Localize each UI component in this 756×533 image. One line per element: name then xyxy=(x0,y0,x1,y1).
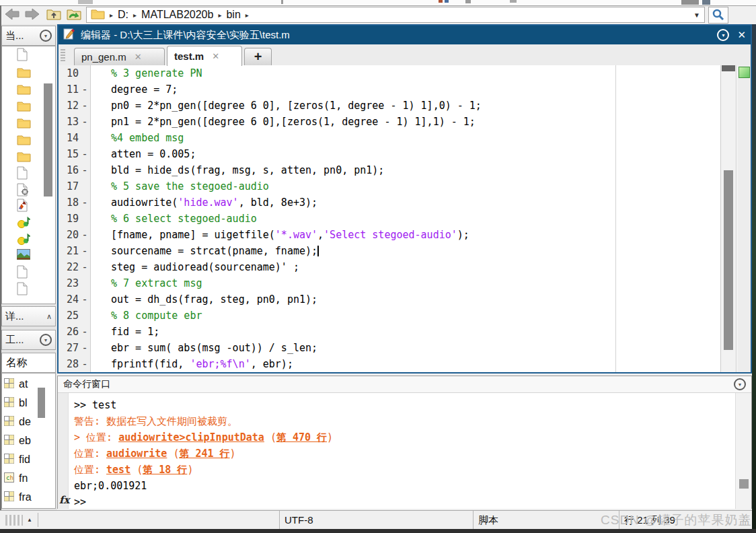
breadcrumb-item[interactable]: MATLAB2020b xyxy=(141,9,213,21)
file-item[interactable] xyxy=(17,134,40,150)
error-location-link[interactable]: 第 18 行 xyxy=(143,464,187,476)
back-button[interactable] xyxy=(3,7,22,24)
warning-text: ) xyxy=(327,431,333,443)
error-location-link[interactable]: test xyxy=(106,464,130,476)
code-line: 16-bld = hide_ds(frag, msg, s, atten, pn… xyxy=(59,162,751,178)
editor-split-handle[interactable] xyxy=(722,65,735,71)
address-bar[interactable]: ▸D:▸MATLAB2020b▸bin▸ ▼ xyxy=(86,7,705,23)
command-window-scrollbar-thumb[interactable] xyxy=(739,479,749,489)
code-token: degree = 7; xyxy=(111,83,178,96)
file-item[interactable] xyxy=(17,216,40,232)
image-file-icon xyxy=(17,250,30,262)
matlab-file-icon xyxy=(17,203,28,214)
executable-line-marker: - xyxy=(81,324,89,340)
details-header[interactable]: 详... ∧ xyxy=(1,306,56,326)
code-token: bld = hide_ds(frag, msg, s, atten, pn0, … xyxy=(111,164,384,176)
close-tab-icon[interactable]: ✕ xyxy=(135,52,142,62)
address-dropdown-icon[interactable]: ▼ xyxy=(693,11,700,19)
panel-menu-icon[interactable]: ▼ xyxy=(40,334,52,346)
workspace-name-column-header[interactable]: 名称 xyxy=(1,353,56,373)
command-window-scrollbar[interactable] xyxy=(735,393,751,509)
editor-pencil-icon xyxy=(63,28,75,42)
workspace-variable-fn[interactable]: chfn xyxy=(4,469,56,488)
command-window-title: 命令行窗口 xyxy=(63,378,110,390)
editor-menu-icon[interactable]: ▼ xyxy=(717,29,729,41)
fx-button[interactable]: fx xyxy=(59,494,69,506)
file-item[interactable] xyxy=(17,183,40,199)
up-one-level-button[interactable] xyxy=(44,7,63,24)
error-location-link[interactable]: 第 241 行 xyxy=(179,448,229,460)
resize-grip[interactable]: ∷ xyxy=(743,514,748,524)
command-window-pane: 命令行窗口 ▼ >> test警告: 数据在写入文件期间被裁剪。> 位置: au… xyxy=(57,376,752,509)
workspace-variable-bl[interactable]: bl xyxy=(4,394,56,413)
code-line: 20-[fname, pname] = uigetfile('*.wav','S… xyxy=(59,227,751,243)
forward-button[interactable] xyxy=(23,7,42,24)
statusbar-grip[interactable] xyxy=(5,515,23,526)
expand-triangle-icon[interactable]: ▲ xyxy=(27,517,32,523)
file-item[interactable] xyxy=(17,265,40,281)
executable-line-marker: - xyxy=(81,146,89,162)
file-item[interactable] xyxy=(17,199,40,215)
tabbar-grip[interactable] xyxy=(61,48,65,61)
workspace-variable-fra[interactable]: fra xyxy=(4,488,56,507)
editor-scrollbar[interactable] xyxy=(720,65,736,372)
command-output-line: > 位置: audiowrite>clipInputData (第 470 行) xyxy=(74,429,333,446)
command-window[interactable]: >> test警告: 数据在写入文件期间被裁剪。> 位置: audiowrite… xyxy=(58,393,751,509)
file-item[interactable] xyxy=(17,67,40,83)
file-item[interactable] xyxy=(17,166,40,182)
matrix-variable-icon xyxy=(4,491,14,504)
workspace-variable-eb[interactable]: eb xyxy=(4,431,56,450)
file-item[interactable] xyxy=(17,282,40,298)
breadcrumb: ▸D:▸MATLAB2020b▸bin▸ xyxy=(108,9,251,21)
code-editor[interactable]: 10% 3 generate PN11-degree = 7;12-pn0 = … xyxy=(59,65,751,372)
current-folder-list[interactable] xyxy=(1,46,56,304)
command-output-line: 位置: test (第 18 行) xyxy=(74,462,193,478)
file-item[interactable] xyxy=(17,151,40,167)
breadcrumb-item[interactable]: D: xyxy=(118,9,128,21)
workspace-variable-at[interactable]: at xyxy=(4,375,56,394)
code-text: pn0 = 2*pn_gen([degree 6 0], [zeros(1, d… xyxy=(111,98,482,114)
error-location-link[interactable]: audiowrite xyxy=(106,448,167,460)
executable-line-marker: - xyxy=(81,162,89,178)
error-location-link[interactable]: audiowrite>clipInputData xyxy=(118,431,264,443)
command-window-header[interactable]: 命令行窗口 ▼ xyxy=(58,376,751,393)
file-item[interactable] xyxy=(17,249,40,265)
search-button[interactable] xyxy=(708,7,728,24)
close-icon[interactable]: ✕ xyxy=(737,29,746,41)
editor-tab-pn_gen.m[interactable]: pn_gen.m✕ xyxy=(74,48,165,65)
workspace-header[interactable]: 工... ▼ xyxy=(1,330,56,350)
file-item[interactable] xyxy=(17,48,40,64)
code-line: 17% 5 save the stegoed-audio xyxy=(59,178,751,194)
editor-titlebar[interactable]: 编辑器 - D:\大三上课件\内容安全\实验五\test.m ▼ ✕ xyxy=(59,26,751,44)
error-location-link[interactable]: 第 470 行 xyxy=(276,431,327,443)
matrix-variable-icon xyxy=(4,416,14,429)
desktop-background xyxy=(752,24,756,529)
editor-tabbar: pn_gen.m✕test.m✕+ xyxy=(59,44,751,66)
close-tab-icon[interactable]: ✕ xyxy=(212,51,219,61)
file-item[interactable] xyxy=(17,83,40,100)
workspace-variable-de[interactable]: de xyxy=(4,413,56,431)
panel-menu-icon[interactable]: ▼ xyxy=(734,378,746,390)
code-analyzer-lane xyxy=(737,65,751,372)
panel-menu-icon[interactable]: ▼ xyxy=(40,30,52,42)
variable-name: fra xyxy=(19,491,32,503)
file-item[interactable] xyxy=(17,100,40,116)
code-line: 14%4 embed msg xyxy=(59,130,751,146)
folder-icon xyxy=(17,102,31,114)
breadcrumb-item[interactable]: bin xyxy=(226,9,240,21)
current-folder-header[interactable]: 当... ▼ xyxy=(1,26,56,46)
new-tab-button[interactable]: + xyxy=(244,48,272,65)
file-item[interactable] xyxy=(17,117,40,133)
file-item[interactable] xyxy=(17,233,40,249)
collapse-icon[interactable]: ∧ xyxy=(46,312,52,321)
code-token: out = dh_ds(frag, steg, pn0, pn1); xyxy=(111,293,317,306)
browse-folder-button[interactable] xyxy=(65,7,83,24)
workspace-variable-list[interactable]: atbldeebfidchfnfra xyxy=(1,373,56,509)
editor-tab-test.m[interactable]: test.m✕ xyxy=(167,46,242,66)
code-analyzer-indicator[interactable] xyxy=(739,67,750,78)
editor-scrollbar-thumb[interactable] xyxy=(724,170,733,350)
current-folder-scrollbar-thumb[interactable] xyxy=(44,83,52,197)
workspace-variable-fid[interactable]: fid xyxy=(4,450,56,469)
warning-text: > 位置: xyxy=(74,431,118,443)
command-output-line: >> test xyxy=(74,397,116,413)
